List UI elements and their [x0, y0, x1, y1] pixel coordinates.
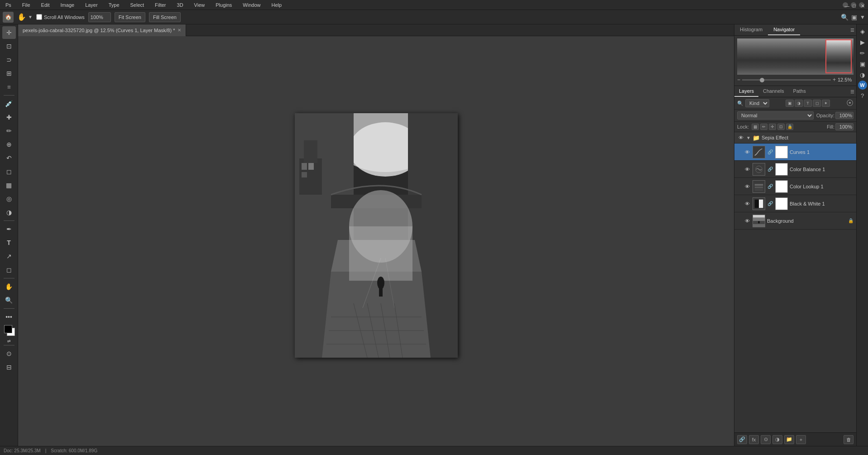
histogram-tab[interactable]: Histogram [734, 24, 768, 35]
colorlookup1-mask-thumb[interactable] [775, 180, 788, 193]
colorbalance1-visibility-toggle[interactable]: 👁 [743, 166, 751, 173]
properties-panel-toggle[interactable]: ◈ [858, 26, 868, 36]
hand-tool-arrow[interactable]: ▼ [28, 14, 33, 19]
learn-panel-icon[interactable]: ? [858, 91, 868, 101]
move-tool[interactable]: ✛ [2, 26, 16, 39]
menu-window[interactable]: Window [241, 1, 262, 9]
layer-row-curves1[interactable]: 👁 🔗 Curves 1 [734, 144, 856, 161]
dodge-tool[interactable]: ◑ [2, 206, 16, 219]
curves1-visibility-toggle[interactable]: 👁 [743, 148, 751, 156]
blackwhite1-visibility-toggle[interactable]: 👁 [743, 200, 751, 207]
filter-smart-icon[interactable]: ✦ [822, 100, 830, 107]
navigator-options-icon[interactable]: ☰ [850, 28, 854, 33]
menu-select[interactable]: Select [129, 1, 146, 9]
create-group-button[interactable]: 📁 [784, 435, 794, 444]
eyedropper-tool[interactable]: 💉 [2, 97, 16, 110]
lock-artboard-icon[interactable]: ⊡ [777, 124, 785, 130]
eraser-tool[interactable]: ◻ [2, 165, 16, 178]
zoom-slider-thumb[interactable] [760, 78, 764, 82]
add-adjustment-button[interactable]: ◑ [772, 435, 782, 444]
marquee-tool[interactable]: ⊡ [2, 40, 16, 53]
menu-image[interactable]: Image [59, 1, 77, 9]
menu-filter[interactable]: Filter [153, 1, 168, 9]
quick-mask-button[interactable]: ⊙ [2, 347, 16, 360]
paths-tab[interactable]: Paths [789, 86, 810, 97]
pen-tool[interactable]: ✒ [2, 223, 16, 235]
foreground-color-swatch[interactable] [4, 325, 12, 333]
crop-tool[interactable]: ⌗ [2, 81, 16, 93]
lock-pixels-icon[interactable]: ✏ [760, 124, 767, 130]
layers-panel-icon[interactable]: ▣ [858, 59, 868, 69]
minimize-button[interactable]: — [843, 2, 848, 8]
gradient-tool[interactable]: ▦ [2, 179, 16, 192]
zoom-slider[interactable] [742, 79, 831, 81]
layer-row-blackwhite1[interactable]: 👁 🔗 Black & White 1 [734, 195, 856, 212]
panel-icon[interactable]: ▣ [851, 14, 857, 21]
add-style-button[interactable]: fx [749, 435, 759, 444]
clone-tool[interactable]: ⊕ [2, 138, 16, 151]
maximize-button[interactable]: □ [851, 2, 856, 8]
more-tools[interactable]: ••• [2, 311, 16, 323]
play-icon[interactable]: ▶ [858, 37, 868, 47]
filter-toggle-icon[interactable]: 🔍 [737, 101, 743, 106]
type-tool[interactable]: T [2, 236, 16, 249]
hand-tool-icon[interactable]: ✋ [17, 13, 26, 21]
fill-screen-button[interactable]: Fill Screen [149, 12, 181, 22]
filter-adjustment-icon[interactable]: ◑ [795, 100, 803, 107]
brush-tool[interactable]: ✏ [2, 125, 16, 137]
app-icon[interactable]: Ps [4, 1, 13, 9]
add-mask-button[interactable]: ⊙ [761, 435, 771, 444]
zoom-input[interactable] [88, 12, 111, 22]
layers-options-icon[interactable]: ☰ [850, 89, 854, 94]
adjustment-panel-icon[interactable]: ◑ [858, 70, 868, 80]
fit-screen-button[interactable]: Fit Screen [115, 12, 145, 22]
filter-active-toggle[interactable]: ⦿ [846, 99, 854, 107]
path-select-tool[interactable]: ↗ [2, 250, 16, 263]
sepia-group-visibility-toggle[interactable]: 👁 [737, 134, 744, 141]
colorbalance1-mask-thumb[interactable] [775, 163, 788, 176]
zoom-in-icon[interactable]: + [833, 77, 836, 83]
lock-position-icon[interactable]: ✛ [769, 124, 776, 130]
swap-colors-icon[interactable]: ⇄ [7, 339, 11, 343]
delete-layer-button[interactable]: 🗑 [844, 435, 854, 444]
background-visibility-toggle[interactable]: 👁 [743, 217, 751, 225]
menu-type[interactable]: Type [107, 1, 121, 9]
layer-row-colorlookup1[interactable]: 👁 🔗 Color Lookup 1 [734, 178, 856, 195]
curves1-mask-thumb[interactable] [775, 146, 788, 158]
filter-shape-icon[interactable]: ◻ [813, 100, 821, 107]
color-swatch[interactable] [2, 324, 16, 337]
layer-row-background[interactable]: 👁 Background 🔒 [734, 212, 856, 230]
filter-pixel-icon[interactable]: ▣ [786, 100, 794, 107]
blackwhite1-mask-thumb[interactable] [775, 197, 788, 210]
zoom-tool[interactable]: 🔍 [2, 294, 16, 307]
opacity-input[interactable] [835, 112, 854, 119]
layer-group-sepia-effect[interactable]: 👁 ▼ 📁 Sepia Effect [734, 132, 856, 144]
object-select-tool[interactable]: ⊞ [2, 67, 16, 80]
close-button[interactable]: ✕ [859, 2, 864, 8]
layer-row-colorbalance1[interactable]: 👁 🔗 Color Balance 1 [734, 161, 856, 178]
home-button[interactable]: 🏠 [3, 12, 14, 23]
menu-help[interactable]: Help [269, 1, 283, 9]
zoom-out-icon[interactable]: − [737, 77, 740, 83]
shape-tool[interactable]: ◻ [2, 263, 16, 276]
menu-file[interactable]: File [20, 1, 32, 9]
blend-mode-select[interactable]: Normal [737, 111, 814, 120]
colorlookup1-visibility-toggle[interactable]: 👁 [743, 183, 751, 190]
navigator-view-box[interactable] [825, 39, 852, 73]
filter-type-icon[interactable]: T [804, 100, 812, 107]
link-layers-button[interactable]: 🔗 [737, 435, 747, 444]
navigator-tab[interactable]: Navigator [768, 24, 800, 35]
channels-tab[interactable]: Channels [758, 86, 788, 97]
expand-icon[interactable]: ▼ [860, 14, 865, 20]
sepia-group-fold-arrow[interactable]: ▼ [746, 135, 751, 140]
healing-tool[interactable]: ✚ [2, 111, 16, 124]
hand-tool[interactable]: ✋ [2, 280, 16, 293]
lock-all-icon[interactable]: 🔒 [786, 124, 793, 130]
fill-input[interactable] [835, 123, 854, 130]
search-icon[interactable]: 🔍 [841, 14, 849, 21]
menu-layer[interactable]: Layer [83, 1, 100, 9]
menu-3d[interactable]: 3D [175, 1, 185, 9]
menu-view[interactable]: View [192, 1, 207, 9]
create-layer-button[interactable]: + [796, 435, 806, 444]
brush-panel-icon[interactable]: ✏ [858, 48, 868, 58]
